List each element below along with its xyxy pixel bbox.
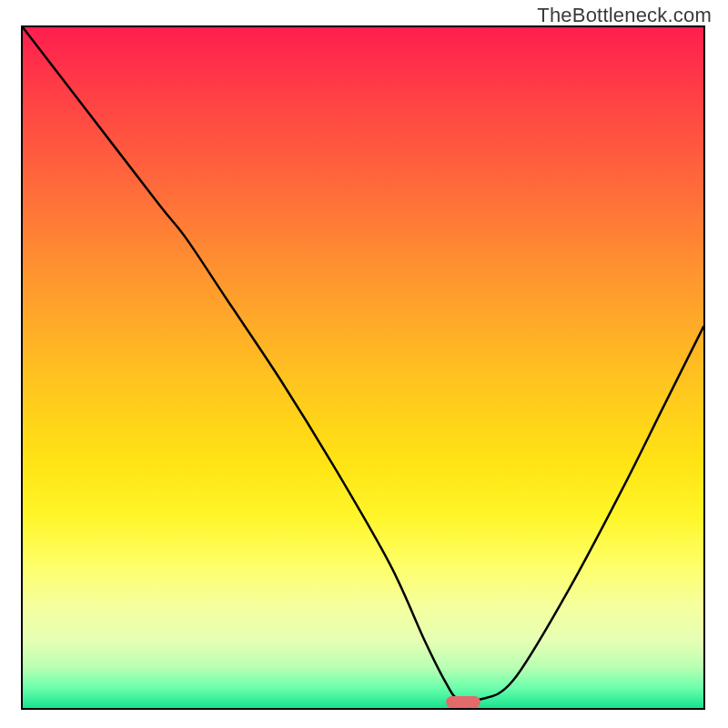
watermark-text: TheBottleneck.com (537, 4, 712, 27)
curve-path (23, 27, 703, 703)
chart-container: TheBottleneck.com (0, 0, 728, 728)
valley-marker (446, 696, 480, 708)
plot-frame (21, 25, 705, 710)
bottleneck-curve (23, 27, 703, 708)
